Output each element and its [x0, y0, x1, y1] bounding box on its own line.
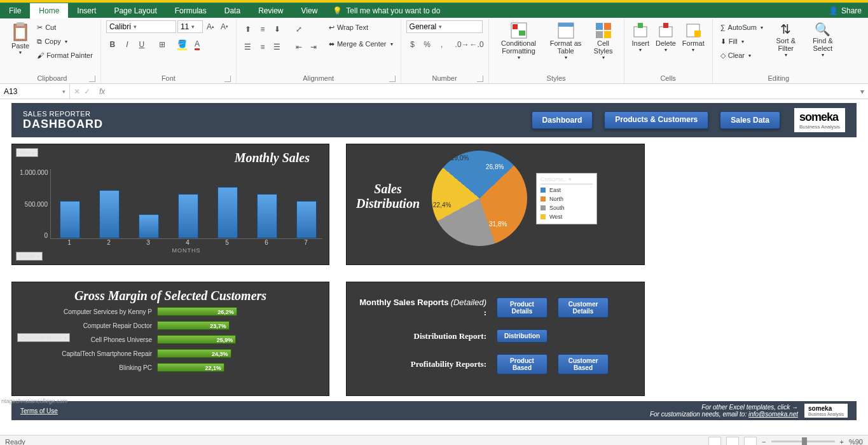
report-label: Monthly Sales Reports (Detailed) :	[359, 298, 486, 318]
increase-decimal-button[interactable]: .0→	[456, 38, 469, 51]
dialog-launcher-icon[interactable]	[224, 76, 231, 82]
format-cells-button[interactable]: Format▾	[680, 20, 707, 54]
align-middle-button[interactable]: ≡	[256, 23, 269, 36]
format-painter-button[interactable]: 🖌Format Painter	[34, 48, 95, 62]
hbar-value: 25,9%	[217, 336, 233, 345]
formula-bar: A13▾ ✕ ✓ fx ▾	[0, 84, 868, 99]
bar	[217, 187, 238, 238]
zoom-slider[interactable]	[771, 441, 835, 442]
distribution-button[interactable]: Distribution	[497, 329, 548, 343]
align-top-button[interactable]: ⬆	[242, 23, 254, 36]
svg-rect-9	[604, 23, 611, 30]
tab-page-layout[interactable]: Page Layout	[105, 3, 165, 18]
decrease-indent-button[interactable]: ⇤	[293, 41, 305, 53]
tab-formulas[interactable]: Formulas	[166, 3, 216, 18]
autosum-button[interactable]: ∑AutoSum▾	[718, 20, 766, 34]
cut-label: Cut	[45, 24, 56, 31]
border-button[interactable]: ⊞	[156, 38, 169, 51]
format-label: Format	[682, 39, 705, 47]
footer-email[interactable]: info@someka.net	[748, 411, 798, 418]
cut-button[interactable]: ✂Cut	[34, 20, 95, 34]
wrap-text-button[interactable]: ↩Wrap Text	[326, 20, 396, 34]
tab-insert[interactable]: Insert	[68, 3, 105, 18]
tab-home[interactable]: Home	[30, 3, 68, 18]
product-details-button[interactable]: Product Details	[497, 298, 548, 318]
share-button[interactable]: 👤 Share	[829, 6, 862, 15]
expand-formula-bar-icon[interactable]: ▾	[857, 87, 868, 96]
eraser-icon: ◇	[720, 51, 726, 60]
cancel-icon[interactable]: ✕	[74, 87, 80, 96]
merge-label: Merge & Center	[337, 40, 387, 48]
worksheet-area[interactable]: SALES REPORTER DASHBOARD Dashboard Produ…	[0, 99, 868, 435]
dialog-launcher-icon[interactable]	[477, 76, 483, 82]
hbar-track: 26,2%	[157, 307, 310, 316]
comma-button[interactable]: ,	[436, 38, 448, 51]
merge-center-button[interactable]: ⬌Merge & Center▾	[326, 37, 396, 51]
conditional-formatting-button[interactable]: Conditional Formatting▾	[494, 20, 544, 62]
underline-button[interactable]: U	[135, 38, 148, 51]
name-box[interactable]: A13▾	[0, 84, 70, 99]
percent-button[interactable]: %	[421, 38, 434, 51]
cell-styles-button[interactable]: Cell Styles▾	[588, 20, 619, 62]
tab-view[interactable]: View	[293, 3, 327, 18]
report-label: Distribution Report:	[359, 331, 486, 341]
enter-icon[interactable]: ✓	[84, 87, 90, 96]
paste-button[interactable]: Paste ▾	[9, 20, 32, 57]
number-format-select[interactable]: General▾	[406, 20, 483, 33]
fx-label[interactable]: fx	[99, 87, 105, 96]
customer-name-slicer[interactable]: Customer Name▾	[17, 333, 70, 342]
zoom-thumb[interactable]	[802, 437, 807, 445]
nav-dashboard-button[interactable]: Dashboard	[532, 111, 593, 129]
increase-font-button[interactable]: A▴	[204, 20, 217, 33]
orientation-button[interactable]: ⤢	[293, 23, 305, 36]
format-as-table-button[interactable]: Format as Table▾	[545, 20, 587, 62]
decrease-font-button[interactable]: A▾	[218, 20, 231, 33]
align-right-button[interactable]: ☰	[271, 41, 284, 53]
year-slicer[interactable]: Year▾	[16, 148, 38, 157]
x-tick: 7	[296, 239, 316, 246]
accounting-format-button[interactable]: $	[406, 38, 419, 51]
align-center-button[interactable]: ≡	[256, 41, 269, 53]
align-bottom-button[interactable]: ⬇	[271, 23, 284, 36]
find-select-button[interactable]: 🔍Find & Select▾	[806, 20, 839, 59]
customer-based-button[interactable]: Customer Based	[558, 354, 609, 374]
delete-cells-button[interactable]: Delete▾	[653, 20, 679, 54]
increase-indent-button[interactable]: ⇥	[307, 41, 320, 53]
nav-sales-data-button[interactable]: Sales Data	[720, 111, 780, 129]
page-layout-view-button[interactable]	[726, 437, 739, 446]
svg-rect-10	[596, 31, 603, 38]
font-color-button[interactable]: A	[191, 38, 203, 51]
font-size-select[interactable]: 11▾	[177, 20, 203, 33]
bold-button[interactable]: B	[106, 38, 119, 51]
copy-button[interactable]: ⧉Copy▾	[34, 34, 95, 48]
zoom-in-button[interactable]: +	[840, 438, 844, 446]
month-slicer[interactable]: Month▾	[16, 252, 43, 261]
decrease-decimal-button[interactable]: ←.0	[471, 38, 483, 51]
tell-me[interactable]: 💡 Tell me what you want to do	[326, 6, 440, 15]
fill-button[interactable]: ⬇Fill▾	[718, 34, 766, 48]
terms-link[interactable]: Terms of Use	[20, 407, 58, 414]
tab-data[interactable]: Data	[216, 3, 249, 18]
legend-label: South	[549, 205, 565, 211]
font-name-select[interactable]: Calibri▾	[106, 20, 176, 33]
normal-view-button[interactable]	[708, 437, 721, 446]
dialog-launcher-icon[interactable]	[389, 76, 396, 82]
align-left-button[interactable]: ☰	[242, 41, 254, 53]
nav-products-button[interactable]: Products & Customers	[604, 111, 708, 129]
customer-details-button[interactable]: Customer Details	[558, 298, 609, 318]
clear-button[interactable]: ◇Clear▾	[718, 48, 766, 62]
italic-button[interactable]: I	[121, 38, 134, 51]
zoom-out-button[interactable]: −	[762, 438, 766, 446]
tab-review[interactable]: Review	[249, 3, 292, 18]
sort-filter-button[interactable]: ⇅Sort & Filter▾	[769, 20, 803, 59]
tab-file[interactable]: File	[0, 3, 30, 18]
chevron-down-icon[interactable]: ▾	[568, 176, 572, 182]
product-based-button[interactable]: Product Based	[497, 354, 548, 374]
page-break-view-button[interactable]	[744, 437, 757, 446]
fill-color-button[interactable]: 🪣	[176, 38, 189, 51]
zoom-level[interactable]: %90	[849, 438, 863, 446]
svg-rect-2	[16, 28, 25, 39]
svg-rect-1	[17, 22, 24, 26]
dialog-launcher-icon[interactable]	[89, 76, 95, 82]
insert-cells-button[interactable]: Insert▾	[630, 20, 652, 54]
